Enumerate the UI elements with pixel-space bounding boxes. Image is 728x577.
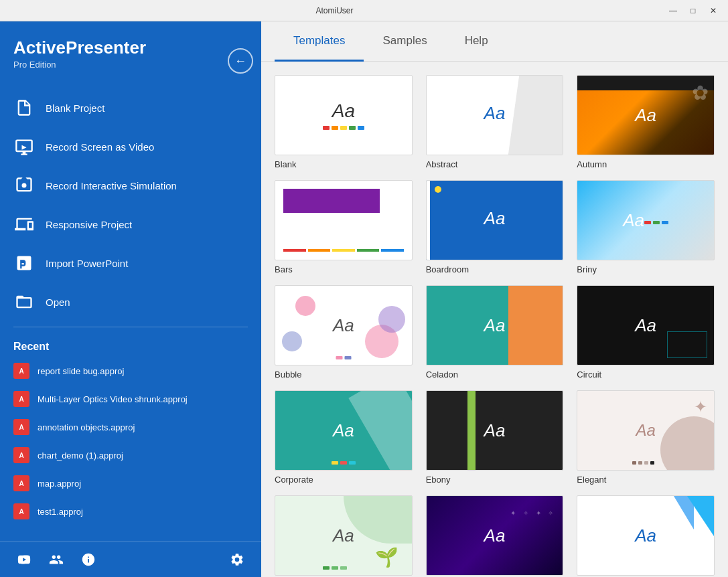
template-thumb-triangles: Aa <box>577 495 715 576</box>
sidebar-item-label: Blank Project <box>46 102 104 114</box>
tab-samples[interactable]: Samples <box>364 22 445 62</box>
right-panel: Templates Samples Help Aa Blank <box>261 21 728 577</box>
app-edition: Pro Edition <box>13 60 248 70</box>
template-thumb-abstract: Aa <box>426 75 564 155</box>
recent-file-name: test1.approj <box>38 507 83 517</box>
recent-file-icon: A <box>13 503 29 519</box>
close-button[interactable]: ✕ <box>704 3 723 19</box>
main-layout: ActivePresenter Pro Edition ← Blank Proj… <box>0 21 728 577</box>
template-label: Ebony <box>426 475 564 485</box>
sidebar-item-record-screen[interactable]: Record Screen as Video <box>0 127 261 166</box>
template-card-geometric[interactable]: Aa Geometric <box>577 495 715 577</box>
recent-item[interactable]: A Multi-Layer Optics Video shrunk.approj <box>0 385 261 413</box>
tab-help[interactable]: Help <box>446 22 507 62</box>
template-label: Elegant <box>577 475 715 485</box>
sidebar-footer <box>0 542 261 577</box>
info-icon[interactable] <box>78 549 99 570</box>
template-card-abstract[interactable]: Aa Abstract <box>426 75 564 169</box>
file-icon <box>13 97 35 118</box>
sidebar-divider <box>13 327 248 327</box>
recent-file-name: report slide bug.approj <box>38 366 124 376</box>
sidebar-item-open[interactable]: Open <box>0 282 261 321</box>
youtube-icon[interactable] <box>13 549 35 570</box>
recent-file-name: map.approj <box>38 479 81 489</box>
responsive-icon <box>13 214 35 235</box>
recent-section-label: Recent <box>0 333 261 357</box>
sidebar-item-label: Responsive Project <box>46 219 132 230</box>
template-thumb-bars <box>275 180 413 260</box>
sidebar-header: ActivePresenter Pro Edition ← <box>0 21 261 75</box>
template-card-environment[interactable]: Aa 🌱 Environment <box>275 495 413 577</box>
template-card-ebony[interactable]: Aa Ebony <box>426 390 564 485</box>
camera-icon <box>13 175 35 196</box>
template-thumb-autumn: Aa <box>577 75 715 155</box>
template-card-boardroom[interactable]: Aa Boardroom <box>426 180 564 274</box>
recent-item[interactable]: A map.approj <box>0 469 261 497</box>
template-thumb-blank: Aa <box>275 75 413 155</box>
recent-file-icon: A <box>13 419 29 435</box>
template-label: Celadon <box>426 369 564 380</box>
tabs-bar: Templates Samples Help <box>261 21 728 62</box>
template-thumb-galaxy: Aa <box>426 495 564 576</box>
recent-item[interactable]: A chart_demo (1).approj <box>0 441 261 469</box>
template-label: Boardroom <box>426 264 564 274</box>
maximize-button[interactable]: □ <box>684 3 703 19</box>
recent-file-icon: A <box>13 391 29 407</box>
recent-file-icon: A <box>13 447 29 463</box>
tab-templates[interactable]: Templates <box>275 22 364 62</box>
sidebar: ActivePresenter Pro Edition ← Blank Proj… <box>0 21 261 577</box>
template-card-blank[interactable]: Aa Blank <box>275 75 413 169</box>
recent-file-icon: A <box>13 475 29 491</box>
folder-icon <box>13 291 35 313</box>
template-card-elegant[interactable]: ✦ Aa Elegant <box>577 390 715 485</box>
recent-file-name: chart_demo (1).approj <box>38 450 123 461</box>
recent-list: A report slide bug.approj A Multi-Layer … <box>0 357 261 525</box>
sidebar-item-blank-project[interactable]: Blank Project <box>0 88 261 127</box>
community-icon[interactable] <box>46 549 67 570</box>
recent-file-icon: A <box>13 363 29 379</box>
back-button[interactable]: ← <box>228 48 253 74</box>
sidebar-item-responsive-project[interactable]: Responsive Project <box>0 205 261 244</box>
template-card-bubble[interactable]: Aa Bubble <box>275 285 413 380</box>
template-label: Blank <box>275 159 413 169</box>
minimize-button[interactable]: — <box>664 3 682 19</box>
template-card-corporate[interactable]: Aa Corporate <box>275 390 413 485</box>
app-title: ActivePresenter <box>13 37 248 58</box>
template-card-celadon[interactable]: Aa Celadon <box>426 285 564 380</box>
settings-icon[interactable] <box>226 549 248 570</box>
sidebar-item-label: Record Screen as Video <box>46 141 154 153</box>
title-bar: AtomiUser — □ ✕ <box>0 0 728 21</box>
template-card-circuit[interactable]: Aa Circuit <box>577 285 715 380</box>
template-thumb-bubble: Aa <box>275 285 413 365</box>
template-label: Bars <box>275 264 413 274</box>
template-thumb-celadon: Aa <box>426 285 564 365</box>
footer-icons <box>13 549 99 570</box>
template-thumb-boardroom: Aa <box>426 180 564 260</box>
sidebar-item-label: Record Interactive Simulation <box>46 180 177 191</box>
recent-item[interactable]: A annotation objects.approj <box>0 413 261 441</box>
sidebar-item-label: Open <box>46 297 70 308</box>
template-thumb-elegant: ✦ Aa <box>577 390 715 471</box>
template-card-briny[interactable]: Aa Briny <box>577 180 715 274</box>
sidebar-item-import-powerpoint[interactable]: Import PowerPoint <box>0 244 261 282</box>
window-controls: — □ ✕ <box>664 3 723 19</box>
sidebar-item-record-simulation[interactable]: Record Interactive Simulation <box>0 166 261 205</box>
ppt-icon <box>13 252 35 274</box>
template-label: Bubble <box>275 369 413 380</box>
screen-icon <box>13 136 35 157</box>
template-label: Briny <box>577 264 715 274</box>
template-label: Abstract <box>426 159 564 169</box>
recent-item[interactable]: A test1.approj <box>0 497 261 525</box>
template-label: Autumn <box>577 159 715 169</box>
template-card-bars[interactable]: Bars <box>275 180 413 274</box>
template-thumb-circuit: Aa <box>577 285 715 365</box>
template-card-galaxy[interactable]: Aa Galaxy <box>426 495 564 577</box>
template-card-autumn[interactable]: Aa Autumn <box>577 75 715 169</box>
template-label: Corporate <box>275 475 413 485</box>
template-thumb-env: Aa 🌱 <box>275 495 413 576</box>
recent-item[interactable]: A report slide bug.approj <box>0 357 261 385</box>
username-label: AtomiUser <box>315 6 353 15</box>
template-label: Circuit <box>577 369 715 380</box>
templates-grid: Aa Blank Aa <box>261 62 728 577</box>
sidebar-item-label: Import PowerPoint <box>46 258 128 269</box>
